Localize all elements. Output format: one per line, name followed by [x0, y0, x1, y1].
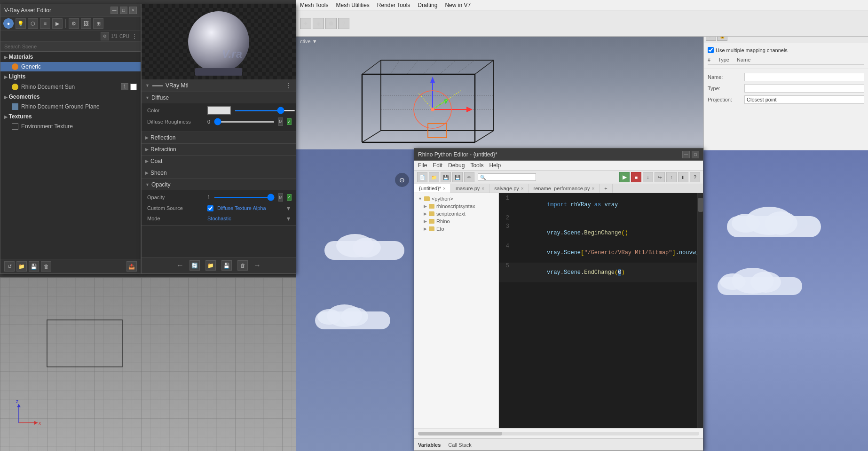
vray-bottom-delete[interactable]: 🗑	[41, 261, 51, 272]
py-stop-btn[interactable]: ■	[631, 172, 641, 182]
vray-bottom-open[interactable]: 📁	[16, 261, 27, 272]
py-tab-salvage[interactable]: salvage.py ×	[489, 184, 529, 193]
mat-nav-icon-3[interactable]: 💾	[221, 260, 232, 271]
py-menu-debug[interactable]: Debug	[448, 162, 465, 169]
roughness-check[interactable]: ✓	[287, 118, 292, 125]
refraction-section[interactable]: ▶ Refraction	[142, 144, 296, 156]
py-tab-untitled[interactable]: {untitled}* ×	[414, 184, 451, 193]
opacity-map-btn[interactable]: M	[278, 193, 283, 202]
py-minimize-btn[interactable]: —	[682, 151, 690, 158]
py-pause-btn[interactable]: ⏸	[678, 172, 688, 182]
py-menu-tools[interactable]: Tools	[470, 162, 483, 169]
mapping-channels-checkbox[interactable]	[708, 47, 714, 53]
py-tree-rhino[interactable]: ▶ Rhino	[414, 218, 498, 225]
opacity-section-header[interactable]: ▼ Opacity	[142, 179, 296, 190]
py-save-btn[interactable]: 💾	[441, 172, 451, 182]
mat-nav-icon-2[interactable]: 📁	[205, 260, 216, 271]
mat-nav-icon-1[interactable]: 🔄	[189, 260, 200, 271]
diffuse-section-header[interactable]: ▼ Diffuse	[142, 92, 296, 103]
py-continue-btn[interactable]: ↑	[666, 172, 677, 182]
py-save-all-btn[interactable]: 💾	[452, 172, 463, 182]
py-tab-close-3[interactable]: ×	[521, 186, 524, 191]
opacity-check[interactable]: ✓	[287, 194, 292, 201]
py-title: Rhino Python Editor - {untitled}*	[418, 151, 497, 158]
py-tab-new[interactable]: +	[600, 184, 612, 193]
toolbar-icon-1[interactable]: ✦	[300, 18, 311, 29]
vray-item-env-texture[interactable]: Environment Texture	[0, 122, 141, 131]
py-step-over-btn[interactable]: ↪	[655, 172, 665, 182]
mode-arrow[interactable]: ▾	[287, 215, 290, 222]
custom-source-checkbox[interactable]	[207, 205, 213, 211]
vray-item-generic[interactable]: Generic	[0, 62, 141, 71]
vray-icon-light[interactable]: 💡	[16, 18, 26, 29]
vray-icon-settings[interactable]: ⚙	[69, 18, 79, 29]
vray-icon-preview[interactable]: 🖼	[81, 18, 91, 29]
render-preview-icon[interactable]: ⊙	[395, 173, 409, 187]
vray-search-input[interactable]	[0, 42, 141, 52]
vray-bottom-save[interactable]: 💾	[29, 261, 39, 272]
vray-bottom-export[interactable]: 📤	[126, 261, 137, 272]
vray-icon-render[interactable]: ▶	[52, 18, 63, 29]
toolbar-icon-4[interactable]: ?	[338, 18, 349, 29]
roughness-slider[interactable]	[214, 121, 275, 123]
py-tab-close-4[interactable]: ×	[592, 186, 594, 191]
py-tab-close-1[interactable]: ×	[443, 186, 446, 191]
py-help-btn[interactable]: ?	[690, 172, 700, 182]
vray-icon-layers[interactable]: ≡	[40, 18, 50, 29]
roughness-map-btn[interactable]: M	[278, 117, 283, 126]
py-open-btn[interactable]: 📁	[429, 172, 439, 182]
toolbar-icon-3[interactable]: ⬟	[325, 18, 337, 29]
color-swatch[interactable]	[207, 106, 231, 115]
menu-render-tools[interactable]: Render Tools	[377, 2, 410, 8]
vray-close-btn[interactable]: ×	[129, 7, 137, 14]
py-tab-close-2[interactable]: ×	[481, 186, 484, 191]
vray-bottom-refresh[interactable]: ↺	[4, 261, 15, 272]
py-step-btn[interactable]: ↓	[643, 172, 653, 182]
menu-new-in-v7[interactable]: New in V7	[445, 2, 471, 8]
mat-vray-mtl-more[interactable]: ⋮	[285, 82, 292, 89]
menu-drafting[interactable]: Drafting	[418, 2, 437, 8]
py-tab-rename[interactable]: rename_performance.py ×	[529, 184, 600, 193]
vray-render-icon[interactable]: ⚙	[101, 32, 109, 40]
name-input[interactable]	[744, 73, 864, 81]
py-menu-edit[interactable]: Edit	[433, 162, 442, 169]
py-tab-masure[interactable]: masure.py ×	[451, 184, 489, 193]
py-tree-scriptcontext[interactable]: ▶ scriptcontext	[414, 210, 498, 218]
vray-minimize-btn[interactable]: —	[110, 7, 118, 14]
py-callstack-tab[interactable]: Call Stack	[448, 442, 472, 448]
coat-section[interactable]: ▶ Coat	[142, 156, 296, 167]
py-menu-file[interactable]: File	[418, 162, 427, 169]
py-tree-rhinoscriptsyntax[interactable]: ▶ rhinoscriptsyntax	[414, 202, 498, 210]
mat-nav-left[interactable]: ←	[176, 261, 184, 270]
vray-maximize-btn[interactable]: □	[120, 7, 127, 14]
sheen-section[interactable]: ▶ Sheen	[142, 167, 296, 179]
py-maximize-btn[interactable]: □	[692, 151, 699, 158]
py-script-edit-btn[interactable]: ✏	[464, 172, 474, 182]
toolbar-icon-2[interactable]: ◈	[313, 18, 324, 29]
vray-item-sun[interactable]: Rhino Document Sun 1	[0, 82, 141, 92]
py-variables-tab[interactable]: Variables	[418, 442, 441, 448]
menu-mesh-utilities[interactable]: Mesh Utilities	[336, 2, 369, 8]
opacity-slider[interactable]	[214, 197, 275, 198]
type-input[interactable]: Planar (UV)	[744, 84, 864, 93]
py-tree-python[interactable]: ▼ <python>	[414, 195, 498, 202]
py-menu-help[interactable]: Help	[489, 162, 501, 169]
vray-more-btn[interactable]: ⋮	[131, 32, 138, 40]
mat-nav-right[interactable]: →	[253, 261, 261, 270]
vray-icon-compare[interactable]: ⊞	[93, 18, 103, 29]
custom-source-arrow[interactable]: ▾	[287, 204, 290, 212]
py-tree-eto[interactable]: ▶ Eto	[414, 225, 498, 233]
opacity-value: 1	[207, 194, 210, 200]
viewport-label[interactable]: ctive ▼	[300, 39, 317, 44]
projection-input[interactable]	[744, 95, 864, 104]
menu-mesh-tools[interactable]: Mesh Tools	[300, 2, 328, 8]
py-search-input[interactable]	[487, 174, 534, 180]
py-new-btn[interactable]: 📄	[417, 172, 427, 182]
vray-icon-geo[interactable]: ⬡	[28, 18, 38, 29]
mat-nav-icon-4[interactable]: 🗑	[237, 260, 248, 271]
color-slider[interactable]	[235, 110, 295, 111]
py-run-btn[interactable]: ▶	[619, 172, 630, 182]
vray-icon-sphere[interactable]: ●	[3, 18, 14, 29]
reflection-section[interactable]: ▶ Reflection	[142, 132, 296, 144]
vray-item-ground-plane[interactable]: Rhino Document Ground Plane	[0, 102, 141, 111]
